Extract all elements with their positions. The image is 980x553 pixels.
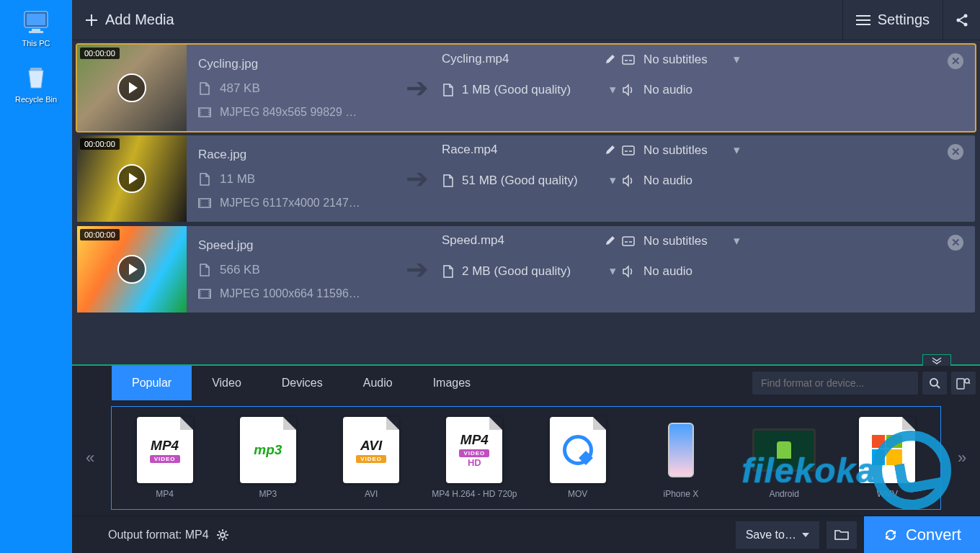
desktop-icon-label: This PC	[22, 39, 50, 48]
add-media-label: Add Media	[105, 12, 174, 28]
share-icon	[955, 13, 969, 27]
format-tabs: Popular Video Devices Audio Images	[72, 366, 980, 400]
video-spec-icon	[198, 197, 211, 210]
format-tile[interactable]: AVIVIDEOAVI	[324, 413, 419, 503]
source-spec: MJPEG 1000x664 11596…	[220, 287, 360, 300]
edit-dest-button[interactable]	[605, 144, 616, 156]
edit-dest-button[interactable]	[605, 235, 616, 246]
file-row[interactable]: 00:00:00 Speed.jpg 566 KB MJPEG 1000x664…	[77, 226, 975, 313]
arrow-icon: ➔	[406, 72, 429, 104]
open-folder-button[interactable]	[827, 521, 857, 549]
tab-devices[interactable]: Devices	[262, 366, 343, 400]
source-filename: Cycling.jpg	[198, 57, 388, 71]
format-tile[interactable]: mp3MP3	[220, 413, 315, 503]
format-tile[interactable]: WMV	[840, 413, 935, 503]
arrow-icon: ➔	[406, 253, 429, 285]
play-icon	[117, 255, 146, 284]
source-spec: MJPEG 849x565 99829 …	[220, 106, 357, 119]
subtitles-dropdown[interactable]: ▾	[734, 143, 740, 158]
file-row[interactable]: 00:00:00 Cycling.jpg 487 KB MJPEG 849x56…	[77, 45, 975, 131]
remove-file-button[interactable]: ✕	[948, 144, 963, 160]
app-window: Add Media Settings 00:00:00 Cycling.jpg …	[72, 0, 980, 553]
recycle-icon	[20, 62, 52, 94]
tab-video[interactable]: Video	[192, 366, 262, 400]
save-to-label: Save to…	[746, 529, 796, 541]
file-thumbnail[interactable]: 00:00:00	[77, 226, 187, 313]
scroll-right-button[interactable]: »	[944, 449, 980, 467]
remove-file-button[interactable]: ✕	[948, 235, 963, 251]
format-label: MP4	[156, 489, 174, 499]
chevron-down-icon	[932, 357, 942, 364]
dest-filename: Race.mp4	[442, 143, 497, 157]
subtitles-dropdown[interactable]: ▾	[734, 52, 740, 67]
device-detect-icon	[956, 377, 971, 390]
file-icon	[198, 82, 211, 95]
tab-audio[interactable]: Audio	[343, 366, 413, 400]
subtitles-value: No subtitles	[643, 234, 708, 248]
file-icon	[198, 173, 211, 186]
file-row[interactable]: 00:00:00 Race.jpg 11 MB MJPEG 6117x4000 …	[77, 135, 975, 222]
dest-size: 51 MB (Good quality)	[462, 174, 578, 188]
svg-rect-1	[27, 14, 45, 25]
svg-rect-4	[30, 68, 42, 71]
add-media-button[interactable]: Add Media	[72, 0, 187, 40]
detect-device-button[interactable]	[951, 372, 976, 395]
format-tile[interactable]: MP4VIDEOHDMP4 H.264 - HD 720p	[427, 413, 522, 503]
format-search	[752, 372, 918, 395]
svg-rect-2	[32, 29, 40, 31]
format-tile[interactable]: iPhone X	[633, 413, 728, 503]
format-tile[interactable]: Android	[737, 413, 832, 503]
output-settings-button[interactable]	[216, 529, 229, 541]
collapse-panel-button[interactable]	[922, 354, 951, 366]
search-button[interactable]	[922, 372, 947, 395]
file-thumbnail[interactable]: 00:00:00	[77, 45, 187, 131]
subtitle-icon	[622, 53, 635, 66]
desktop-icon-this-pc[interactable]: This PC	[20, 6, 52, 48]
file-icon	[442, 84, 455, 96]
pencil-icon	[605, 144, 616, 156]
search-icon	[929, 377, 940, 389]
svg-point-17	[220, 533, 225, 537]
subtitle-icon	[622, 144, 635, 157]
subtitles-dropdown[interactable]: ▾	[734, 233, 740, 248]
settings-button[interactable]: Settings	[842, 0, 943, 40]
size-dropdown[interactable]: ▾	[610, 82, 616, 97]
plus-icon	[85, 14, 98, 27]
format-label: MP3	[259, 489, 277, 499]
source-size: 566 KB	[220, 263, 260, 277]
share-button[interactable]	[943, 0, 980, 40]
file-timestamp: 00:00:00	[80, 48, 120, 59]
arrow-icon: ➔	[406, 163, 429, 194]
file-thumbnail[interactable]: 00:00:00	[77, 135, 187, 222]
format-search-input[interactable]	[752, 377, 918, 389]
video-spec-icon	[198, 287, 211, 300]
bottom-bar: Output format: MP4 Save to… Convert	[72, 516, 980, 553]
desktop-icon-recycle-bin[interactable]: Recycle Bin	[15, 62, 57, 104]
tab-popular[interactable]: Popular	[112, 366, 192, 400]
format-label: AVI	[365, 489, 378, 499]
audio-icon	[622, 265, 635, 278]
edit-dest-button[interactable]	[605, 53, 616, 65]
convert-button[interactable]: Convert	[864, 516, 980, 554]
formats-carousel: « MP4VIDEOMP4mp3MP3AVIVIDEOAVIMP4VIDEOHD…	[72, 400, 980, 516]
subtitle-icon	[622, 235, 635, 248]
pencil-icon	[605, 53, 616, 65]
audio-value: No audio	[643, 264, 692, 279]
dest-size: 2 MB (Good quality)	[462, 264, 571, 279]
remove-file-button[interactable]: ✕	[948, 53, 963, 69]
format-label: MOV	[568, 489, 587, 499]
tab-images[interactable]: Images	[413, 366, 491, 400]
file-icon	[442, 174, 455, 187]
source-spec: MJPEG 6117x4000 2147…	[220, 197, 360, 210]
format-tile[interactable]: MP4VIDEOMP4	[117, 413, 212, 503]
video-spec-icon	[198, 106, 211, 119]
scroll-left-button[interactable]: «	[72, 449, 108, 467]
save-to-button[interactable]: Save to…	[736, 521, 819, 549]
format-label: iPhone X	[664, 489, 699, 499]
audio-value: No audio	[643, 174, 692, 188]
format-label: MP4 H.264 - HD 720p	[432, 489, 517, 499]
size-dropdown[interactable]: ▾	[610, 173, 616, 188]
size-dropdown[interactable]: ▾	[610, 264, 616, 279]
format-tile[interactable]: MOV	[530, 413, 625, 503]
source-filename: Speed.jpg	[198, 238, 388, 253]
